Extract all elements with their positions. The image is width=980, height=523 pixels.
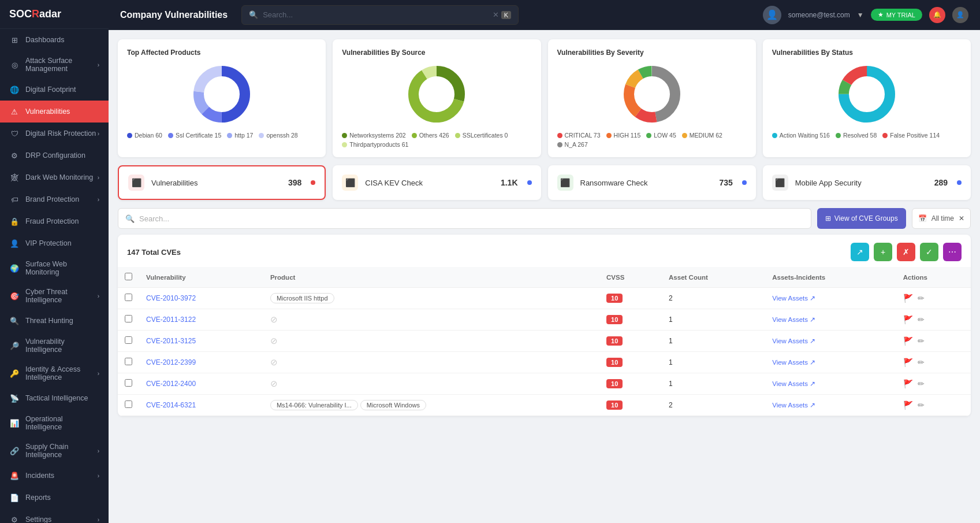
sidebar-item-vip-protection[interactable]: 👤 VIP Protection xyxy=(0,232,109,254)
sidebar-item-surface-web[interactable]: 🌍 Surface Web Monitoring xyxy=(0,254,109,282)
trial-button[interactable]: ★ MY TRIAL xyxy=(871,9,922,21)
sidebar-item-tactical[interactable]: 📡 Tactical Intelligence xyxy=(0,387,109,409)
row-checkbox-cell[interactable] xyxy=(118,331,139,352)
cve-link[interactable]: CVE-2014-6321 xyxy=(146,401,196,409)
tab-status-dot xyxy=(311,180,315,185)
action-edit-icon[interactable]: ✏ xyxy=(918,400,925,410)
row-checkbox[interactable] xyxy=(125,315,132,322)
sidebar-item-digital-risk[interactable]: 🛡 Digital Risk Protection › xyxy=(0,123,109,144)
sidebar-item-fraud-protection[interactable]: 🔒 Fraud Protection xyxy=(0,210,109,232)
sidebar-item-cyber-threat[interactable]: 🎯 Cyber Threat Intelligence › xyxy=(0,282,109,310)
filter-check-button[interactable]: ✓ xyxy=(920,243,938,261)
action-flag-icon[interactable]: 🚩 xyxy=(903,379,913,388)
sidebar-item-incidents[interactable]: 🚨 Incidents › xyxy=(0,465,109,487)
avatar: 👤 xyxy=(763,6,781,24)
legend-dot xyxy=(836,133,841,138)
legend-medium: MEDIUM 62 xyxy=(682,132,722,139)
chart-by-status: Vulnerabilities By Status xyxy=(763,39,971,157)
row-checkbox[interactable] xyxy=(125,379,132,387)
row-checkbox[interactable] xyxy=(125,336,132,344)
sidebar-item-identity-access[interactable]: 🔑 Identity & Access Intelligence › xyxy=(0,359,109,387)
sidebar-item-dashboards[interactable]: ⊞ Dashboards xyxy=(0,29,109,51)
view-assets-link[interactable]: View Assets ↗ xyxy=(772,316,889,324)
sidebar-item-dark-web[interactable]: 🕸 Dark Web Monitoring › xyxy=(0,166,109,188)
row-checkbox[interactable] xyxy=(125,294,132,301)
cve-link[interactable]: CVE-2010-3972 xyxy=(146,294,196,302)
view-assets-link[interactable]: View Assets ↗ xyxy=(772,358,889,366)
sidebar-item-brand-protection[interactable]: 🏷 Brand Protection › xyxy=(0,188,109,210)
row-assets-incidents-cell[interactable]: View Assets ↗ xyxy=(765,288,896,309)
tab-cisa-kev[interactable]: ⬛ CISA KEV Check 1.1K xyxy=(333,165,541,200)
filter-critical-button[interactable]: ↗ xyxy=(851,243,869,261)
sidebar-item-supply-chain[interactable]: 🔗 Supply Chain Intelligence › xyxy=(0,437,109,465)
action-edit-icon[interactable]: ✏ xyxy=(918,358,925,367)
row-checkbox-cell[interactable] xyxy=(118,395,139,416)
chart-title: Vulnerabilities By Severity xyxy=(557,49,747,57)
cve-groups-button[interactable]: ⊞ View of CVE Groups xyxy=(817,208,906,229)
row-checkbox-cell[interactable] xyxy=(118,352,139,373)
tab-vulnerabilities[interactable]: ⬛ Vulnerabilities 398 xyxy=(118,165,326,200)
action-flag-icon[interactable]: 🚩 xyxy=(903,358,913,367)
chart-top-affected: Top Affected Products xyxy=(118,39,326,157)
row-checkbox[interactable] xyxy=(125,358,132,365)
select-all-checkbox[interactable] xyxy=(125,273,132,280)
notification-button[interactable]: 🔔 xyxy=(929,7,945,23)
search-clear-icon[interactable]: ✕ xyxy=(493,10,499,19)
product-badge: Microsoft Windows xyxy=(360,400,426,410)
table-search-input[interactable] xyxy=(139,214,804,223)
search-input[interactable] xyxy=(263,10,489,19)
cve-link[interactable]: CVE-2011-3122 xyxy=(146,316,196,324)
row-assets-incidents-cell[interactable]: View Assets ↗ xyxy=(765,309,896,331)
header-search[interactable]: 🔍 ✕ K xyxy=(241,5,519,25)
row-checkbox[interactable] xyxy=(125,400,132,408)
row-checkbox-cell[interactable] xyxy=(118,309,139,331)
filter-green-button[interactable]: + xyxy=(874,243,892,261)
sidebar-item-reports[interactable]: 📄 Reports xyxy=(0,487,109,509)
row-checkbox-cell[interactable] xyxy=(118,373,139,395)
row-assets-incidents-cell[interactable]: View Assets ↗ xyxy=(765,352,896,373)
action-edit-icon[interactable]: ✏ xyxy=(918,315,925,324)
row-assets-incidents-cell[interactable]: View Assets ↗ xyxy=(765,395,896,416)
chart-title: Top Affected Products xyxy=(127,49,316,57)
cve-link[interactable]: CVE-2011-3125 xyxy=(146,337,196,345)
row-checkbox-cell[interactable] xyxy=(118,288,139,309)
cve-link[interactable]: CVE-2012-2400 xyxy=(146,380,196,388)
action-edit-icon[interactable]: ✏ xyxy=(918,336,925,346)
row-assets-incidents-cell[interactable]: View Assets ↗ xyxy=(765,331,896,352)
date-filter[interactable]: 📅 All time ✕ xyxy=(912,208,971,229)
view-assets-link[interactable]: View Assets ↗ xyxy=(772,380,889,388)
user-menu-button[interactable]: 👤 xyxy=(952,7,968,23)
sidebar-item-attack-surface[interactable]: ◎ Attack Surface Management › xyxy=(0,51,109,79)
tab-mobile-app[interactable]: ⬛ Mobile App Security 289 xyxy=(763,165,971,200)
legend-ssl: Ssl Certificate 15 xyxy=(168,132,221,139)
action-flag-icon[interactable]: 🚩 xyxy=(903,336,913,346)
tab-ransomware[interactable]: ⬛ Ransomware Check 735 xyxy=(548,165,756,200)
filter-purple-button[interactable]: ⋯ xyxy=(943,243,962,261)
calendar-icon: 📅 xyxy=(918,214,927,222)
sidebar-item-vuln-intel[interactable]: 🔎 Vulnerability Intelligence xyxy=(0,332,109,359)
sidebar-item-digital-footprint[interactable]: 🌐 Digital Footprint xyxy=(0,79,109,101)
filter-search-bar[interactable]: 🔍 xyxy=(118,208,811,229)
sidebar-item-vulnerabilities[interactable]: ⚠ Vulnerabilities xyxy=(0,101,109,123)
sidebar-item-settings[interactable]: ⚙ Settings › xyxy=(0,509,109,523)
view-assets-link[interactable]: View Assets ↗ xyxy=(772,401,889,409)
sidebar-item-operational[interactable]: 📊 Operational Intelligence xyxy=(0,409,109,437)
sidebar-item-drp-config[interactable]: ⚙ DRP Configuration xyxy=(0,144,109,166)
sidebar-item-threat-hunting[interactable]: 🔍 Threat Hunting xyxy=(0,310,109,332)
action-flag-icon[interactable]: 🚩 xyxy=(903,400,913,410)
action-flag-icon[interactable]: 🚩 xyxy=(903,315,913,324)
action-edit-icon[interactable]: ✏ xyxy=(918,294,925,303)
tab-count: 735 xyxy=(719,178,732,187)
charts-row: Top Affected Products xyxy=(118,39,971,157)
action-flag-icon[interactable]: 🚩 xyxy=(903,294,913,303)
view-assets-link[interactable]: View Assets ↗ xyxy=(772,337,889,345)
action-edit-icon[interactable]: ✏ xyxy=(918,379,925,388)
legend-dot xyxy=(557,133,562,138)
user-name: someone@test.com xyxy=(788,11,850,19)
close-icon[interactable]: ✕ xyxy=(959,214,964,222)
filter-red-button[interactable]: ✗ xyxy=(897,243,915,261)
view-assets-link[interactable]: View Assets ↗ xyxy=(772,294,889,302)
cve-link[interactable]: CVE-2012-2399 xyxy=(146,358,196,366)
row-assets-incidents-cell[interactable]: View Assets ↗ xyxy=(765,373,896,395)
col-assets-incidents: Assets-Incidents xyxy=(765,267,896,288)
